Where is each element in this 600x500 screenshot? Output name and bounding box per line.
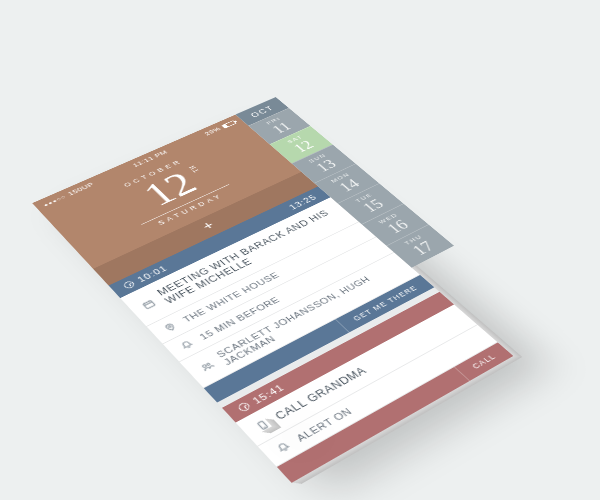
bell-icon: [274, 440, 293, 454]
svg-rect-4: [258, 421, 268, 430]
clock-icon: [237, 401, 252, 412]
calendar-icon: [140, 298, 157, 310]
svg-point-1: [168, 325, 171, 327]
svg-point-3: [206, 363, 210, 366]
bell-icon: [178, 338, 195, 351]
clock-icon: [122, 280, 136, 290]
pin-icon: [162, 321, 179, 333]
phone-icon: [253, 418, 271, 432]
phone-frame: ●●●○○ 150UP 11:11 PM 29% OCTOBER 12 TH S…: [32, 115, 513, 483]
people-icon: [198, 360, 216, 373]
svg-point-2: [202, 364, 207, 367]
svg-rect-0: [143, 300, 155, 308]
hero-ordinal: TH: [188, 164, 201, 173]
